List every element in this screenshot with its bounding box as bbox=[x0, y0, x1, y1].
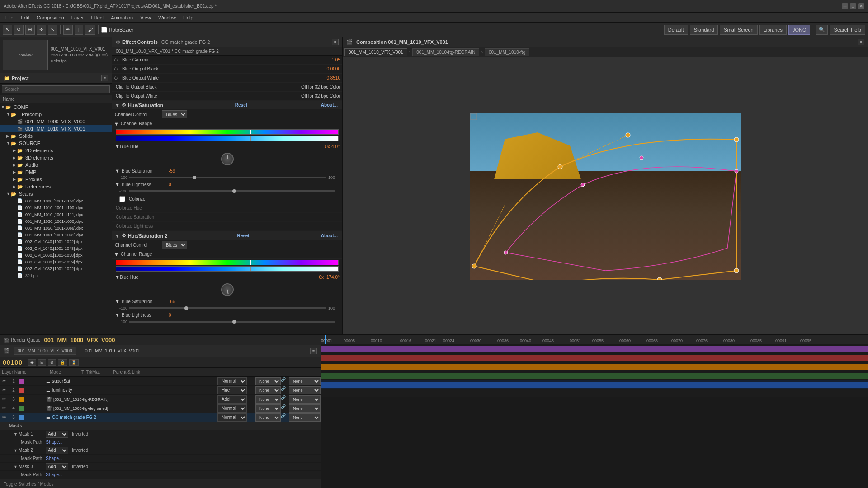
blue-light-2-thumb[interactable] bbox=[232, 320, 236, 324]
workspace-libraries[interactable]: Libraries bbox=[760, 25, 787, 35]
layer-5-mode-select[interactable]: Normal bbox=[217, 413, 247, 422]
hue-sat-2-header[interactable]: ▼ ⚙ Hue/Saturation 2 Reset About... bbox=[112, 231, 342, 240]
blue-sat-1-track[interactable] bbox=[129, 177, 326, 178]
comp-tab-ftg[interactable]: 001_MM_1010-ftg bbox=[485, 48, 529, 56]
stopwatch-icon[interactable]: ⏱ bbox=[114, 67, 120, 71]
tree-item-source[interactable]: ▼ 📂 SOURCE bbox=[0, 140, 112, 147]
expand-mask-3[interactable]: ▼ bbox=[14, 465, 18, 469]
blue-sat-1-thumb[interactable] bbox=[193, 176, 196, 179]
blue-light-1-thumb[interactable] bbox=[232, 189, 236, 193]
roto-bezier-label[interactable]: RotoBezier bbox=[109, 27, 133, 33]
hue-sat-2-reset[interactable]: Reset bbox=[235, 233, 251, 238]
layer-5-parent-select[interactable]: None bbox=[289, 413, 321, 422]
layer-4-parent-select[interactable]: None bbox=[289, 404, 321, 413]
timeline-toolbar-btn-1[interactable]: ◉ bbox=[28, 359, 36, 366]
layer-3-parent-select[interactable]: None bbox=[289, 395, 321, 404]
anchor-tool[interactable]: ⊕ bbox=[25, 25, 35, 35]
hue-sat-1-header[interactable]: ▼ ⚙ Hue/Saturation Reset About... bbox=[112, 101, 342, 109]
expand-mask-1[interactable]: ▼ bbox=[14, 432, 18, 436]
layer-3-mode-select[interactable]: Add Normal bbox=[217, 395, 247, 404]
comp-tab-regrain[interactable]: 001_MM_1010-ftg-REGRAIN bbox=[412, 48, 479, 56]
timeline-toolbar-btn-5[interactable]: ⌛ bbox=[69, 359, 79, 366]
layer-1-trkmat-select[interactable]: None bbox=[255, 377, 281, 385]
colorize-1-checkbox[interactable] bbox=[119, 196, 125, 202]
shape-2-btn[interactable]: Shape... bbox=[46, 456, 62, 461]
blue-hue-1-value[interactable]: 0x-4.0° bbox=[325, 144, 340, 149]
project-options-button[interactable]: ≡ bbox=[101, 75, 108, 81]
tree-item-dpx10[interactable]: 📄 002_CM_1080.[1001-1039].dpx bbox=[0, 258, 112, 265]
layer-1-mode-select[interactable]: Normal bbox=[217, 377, 247, 385]
fx-blue-output-black-value[interactable]: 0.0000 bbox=[304, 66, 340, 71]
menu-animation[interactable]: Animation bbox=[107, 14, 137, 21]
menu-view[interactable]: View bbox=[137, 14, 155, 21]
tree-item-references[interactable]: ▶ 📂 References bbox=[0, 183, 112, 190]
layer-1-parent-select[interactable]: None bbox=[289, 377, 321, 385]
tree-item-vfx-v000[interactable]: 🎬 001_MM_1000_VFX_V000 bbox=[0, 118, 112, 125]
timeline-tab-v001[interactable]: 001_MM_1010_VFX_V001 bbox=[81, 347, 144, 355]
tree-item-dmp[interactable]: ▶ 📂 DMP bbox=[0, 169, 112, 176]
eye-button-4[interactable]: 👁 bbox=[2, 406, 8, 411]
hue-sat-1-about[interactable]: About... bbox=[319, 103, 340, 108]
tree-item-dpx8[interactable]: 📄 002_CM_1040.[1001-1048].dpx bbox=[0, 245, 112, 252]
timeline-tab-v000[interactable]: 001_MM_1000_VFX_V000 bbox=[14, 347, 76, 355]
fx-panel-options[interactable]: ≡ bbox=[332, 39, 339, 45]
workspace-default[interactable]: Default bbox=[664, 25, 688, 35]
layer-2-trkmat-select[interactable]: None bbox=[255, 386, 281, 394]
roto-bezier-checkbox[interactable] bbox=[101, 27, 107, 33]
position-tool[interactable]: ✛ bbox=[37, 25, 46, 35]
menu-edit[interactable]: Edit bbox=[17, 14, 33, 21]
hue-sat-2-about[interactable]: About... bbox=[319, 233, 340, 238]
layer-2-parent-select[interactable]: None bbox=[289, 386, 321, 394]
tree-item-dpx9[interactable]: 📄 002_CM_1060.[1001-1038].dpx bbox=[0, 252, 112, 258]
layer-2-mode-select[interactable]: Hue Normal bbox=[217, 386, 247, 394]
tree-item-comp-root[interactable]: ▼ 📂 COMP bbox=[0, 103, 112, 111]
layer-4-trkmat-select[interactable]: None bbox=[255, 404, 281, 413]
menu-effect[interactable]: Effect bbox=[87, 14, 107, 21]
tree-item-dpx12[interactable]: 📄 32 bpc bbox=[0, 272, 112, 279]
tree-item-dpx2[interactable]: 📄 001_MM_1010.[1001-1100].dpx bbox=[0, 204, 112, 211]
tree-item-dpx5[interactable]: 📄 001_MM_1050.[1001-1066].dpx bbox=[0, 225, 112, 231]
tree-item-dpx1[interactable]: 📄 001_MM_1000.[1001-1150].dpx bbox=[0, 197, 112, 204]
menu-window[interactable]: Window bbox=[155, 14, 179, 21]
mask-2-mode-select[interactable]: Add Subtract bbox=[46, 447, 68, 454]
blue-light-2-track[interactable] bbox=[129, 321, 335, 323]
mask-1-mode-select[interactable]: Add Subtract bbox=[46, 431, 68, 438]
blue-hue-2-value[interactable]: 0x+174.0° bbox=[319, 275, 340, 280]
blue-sat-2-thumb[interactable] bbox=[184, 306, 188, 310]
eye-button-3[interactable]: 👁 bbox=[2, 397, 8, 402]
layer-5-trkmat-select[interactable]: None bbox=[255, 413, 281, 422]
blue-light-1-value[interactable]: 0 bbox=[169, 182, 171, 187]
blue-light-2-value[interactable]: 0 bbox=[169, 313, 171, 318]
comp-panel-options[interactable]: ≡ bbox=[858, 39, 864, 45]
hue-dial-1[interactable] bbox=[221, 153, 234, 165]
hue-dial-2[interactable] bbox=[220, 282, 234, 297]
scale-tool[interactable]: ⤡ bbox=[48, 25, 57, 35]
workspace-standard[interactable]: Standard bbox=[690, 25, 718, 35]
tree-item-solids[interactable]: ▶ 📂 Solids bbox=[0, 132, 112, 140]
workspace-small-screen[interactable]: Small Screen bbox=[720, 25, 757, 35]
tree-item-dpx3[interactable]: 📄 001_MM_1010.[1001-1111].dpx bbox=[0, 211, 112, 218]
stopwatch-icon[interactable]: ⏱ bbox=[114, 58, 120, 62]
blue-light-1-track[interactable] bbox=[129, 190, 335, 192]
tree-item-vfx-v001[interactable]: 🎬 001_MM_1010_VFX_V001 bbox=[0, 125, 112, 132]
minimize-button[interactable]: ─ bbox=[842, 3, 848, 9]
comp-tab-active[interactable]: 001_MM_1010_VFX_V001 bbox=[344, 48, 407, 56]
eye-button-2[interactable]: 👁 bbox=[2, 388, 8, 393]
timeline-toolbar-btn-2[interactable]: ⊞ bbox=[38, 359, 46, 366]
tree-item-dpx4[interactable]: 📄 001_MM_1030.[1001-1030].dpx bbox=[0, 218, 112, 225]
shape-3-btn[interactable]: Shape... bbox=[46, 472, 62, 477]
search-icon[interactable]: 🔍 bbox=[816, 25, 828, 35]
menu-layer[interactable]: Layer bbox=[68, 14, 88, 21]
stopwatch-icon[interactable]: ⏱ bbox=[114, 76, 120, 80]
hue-sat-1-reset[interactable]: Reset bbox=[233, 103, 249, 108]
eye-button-5[interactable]: 👁 bbox=[2, 415, 8, 420]
tree-item-dpx6[interactable]: 📄 001_MM_1061.[1001-1031].dpx bbox=[0, 231, 112, 238]
close-button[interactable]: ✕ bbox=[858, 3, 864, 9]
tree-item-dpx7[interactable]: 📄 002_CM_1040.[1001-1022].dpx bbox=[0, 238, 112, 245]
fx-blue-output-white-value[interactable]: 0.8510 bbox=[304, 75, 340, 80]
tree-item-scans[interactable]: ▼ 📂 Scans bbox=[0, 190, 112, 197]
tree-item-audio[interactable]: ▶ 📂 Audio bbox=[0, 161, 112, 169]
menu-composition[interactable]: Composition bbox=[33, 14, 68, 21]
menu-file[interactable]: File bbox=[2, 14, 17, 21]
expand-mask-2[interactable]: ▼ bbox=[14, 448, 18, 453]
